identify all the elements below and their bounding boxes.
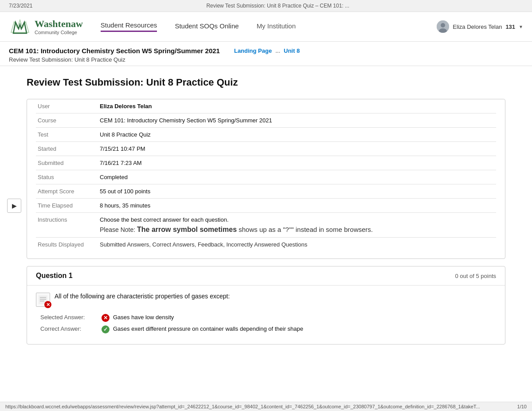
info-row-started: Started 7/15/21 10:47 PM <box>36 142 496 156</box>
info-table: User Eliza Delores Telan Course CEM 101:… <box>36 99 496 251</box>
info-row-status: Status Completed <box>36 170 496 184</box>
question-1-header: Question 1 0 out of 5 points <box>27 266 505 286</box>
page-subtitle: Review Test Submission: Unit 8 Practice … <box>9 56 523 63</box>
correct-answer-label: Correct Answer: <box>40 325 98 332</box>
wrong-x-icon: ✕ <box>44 301 51 308</box>
sidebar-toggle-button[interactable]: ▶ <box>7 199 21 213</box>
submitted-label: Submitted <box>36 156 98 170</box>
info-row-score: Attempt Score 55 out of 100 points <box>36 184 496 199</box>
correct-answer-text: Gases exert different pressure on contai… <box>113 325 303 332</box>
logo-area: Washtenaw Community College <box>9 16 83 38</box>
elapsed-value: 8 hours, 35 minutes <box>98 199 496 213</box>
user-count: 131 <box>505 23 515 30</box>
status-label: Status <box>36 170 98 184</box>
svg-point-3 <box>441 23 445 27</box>
nav-links: Student Resources Student SOQs Online My… <box>101 21 437 32</box>
nav-link-institution[interactable]: My Institution <box>257 22 296 31</box>
started-label: Started <box>36 142 98 156</box>
main-content: Review Test Submission: Unit 8 Practice … <box>0 66 532 355</box>
browser-tab-title: Review Test Submission: Unit 8 Practice … <box>206 3 349 9</box>
course-label: Course <box>36 114 98 128</box>
course-title-text: CEM 101: Introductory Chemistry Section … <box>9 47 220 55</box>
info-row-course: Course CEM 101: Introductory Chemistry S… <box>36 114 496 128</box>
avatar-icon <box>437 20 449 33</box>
course-value: CEM 101: Introductory Chemistry Section … <box>98 114 496 128</box>
test-label: Test <box>36 128 98 142</box>
info-row-submitted: Submitted 7/16/21 7:23 AM <box>36 156 496 170</box>
selected-answer-row: Selected Answer: ✕ Gases have low densit… <box>36 314 496 322</box>
selected-answer-text: Gases have low density <box>113 314 174 321</box>
instructions-line1: Choose the best correct answer for each … <box>100 216 494 223</box>
question-1-text: All of the following are characteristic … <box>55 293 230 300</box>
status-value: Completed <box>98 170 496 184</box>
course-title-row: CEM 101: Introductory Chemistry Section … <box>9 47 523 55</box>
dropdown-arrow-icon[interactable]: ▼ <box>519 24 523 29</box>
instructions-value: Choose the best correct answer for each … <box>98 213 496 238</box>
info-card: User Eliza Delores Telan Course CEM 101:… <box>27 99 505 259</box>
breadcrumb-landing[interactable]: Landing Page <box>234 47 272 54</box>
correct-answer-row: Correct Answer: ✓ Gases exert different … <box>36 325 496 333</box>
info-row-test: Test Unit 8 Practice Quiz <box>36 128 496 142</box>
user-area: Eliza Delores Telan 131 ▼ <box>437 20 523 33</box>
selected-answer-label: Selected Answer: <box>40 314 98 321</box>
breadcrumb-unit8[interactable]: Unit 8 <box>284 47 300 54</box>
score-label: Attempt Score <box>36 184 98 199</box>
selected-answer-wrong-icon: ✕ <box>102 314 110 322</box>
elapsed-label: Time Elapsed <box>36 199 98 213</box>
instructions-label: Instructions <box>36 213 98 238</box>
page-heading: Review Test Submission: Unit 8 Practice … <box>27 77 505 88</box>
breadcrumb-nav: Landing Page ... Unit 8 <box>234 47 300 54</box>
wcc-logo-icon <box>9 16 31 38</box>
submitted-value: 7/16/21 7:23 AM <box>98 156 496 170</box>
score-value: 55 out of 100 points <box>98 184 496 199</box>
user-name: Eliza Delores Telan <box>453 23 502 30</box>
instructions-note-bold: The arrow symbol sometimes shows up as a… <box>137 226 373 233</box>
instructions-line2: Please Note: The arrow symbol sometimes … <box>100 226 494 234</box>
breadcrumb-area: CEM 101: Introductory Chemistry Section … <box>0 42 532 66</box>
question-1-prompt: ✕ All of the following are characteristi… <box>36 293 496 307</box>
user-avatar <box>437 20 449 33</box>
question-1-points: 0 out of 5 points <box>455 273 496 279</box>
info-row-user: User Eliza Delores Telan <box>36 99 496 114</box>
nav-link-resources[interactable]: Student Resources <box>101 21 157 32</box>
nav-link-soqs[interactable]: Student SOQs Online <box>175 22 239 31</box>
started-value: 7/15/21 10:47 PM <box>98 142 496 156</box>
browser-date: 7/23/2021 <box>9 3 32 9</box>
test-value: Unit 8 Practice Quiz <box>98 128 496 142</box>
correct-answer-check-icon: ✓ <box>102 325 110 333</box>
user-label: User <box>36 99 98 114</box>
breadcrumb-ellipsis: ... <box>275 47 280 54</box>
logo-main-name: Washtenaw <box>35 18 83 30</box>
logo-text: Washtenaw Community College <box>35 18 83 35</box>
browser-tab-bar: 7/23/2021 Review Test Submission: Unit 8… <box>0 0 532 12</box>
results-value: Submitted Answers, Correct Answers, Feed… <box>98 238 496 252</box>
user-value: Eliza Delores Telan <box>98 99 496 114</box>
instructions-note-prefix: Please Note: <box>100 226 137 233</box>
info-row-results: Results Displayed Submitted Answers, Cor… <box>36 238 496 252</box>
info-row-elapsed: Time Elapsed 8 hours, 35 minutes <box>36 199 496 213</box>
question-1-section: Question 1 0 out of 5 points ✕ All of th… <box>27 266 505 344</box>
question-1-body: ✕ All of the following are characteristi… <box>27 286 505 344</box>
wrong-icon: ✕ <box>36 293 50 307</box>
top-nav: Washtenaw Community College Student Reso… <box>0 12 532 42</box>
question-1-title: Question 1 <box>36 272 73 280</box>
info-row-instructions: Instructions Choose the best correct ans… <box>36 213 496 238</box>
logo-sub-name: Community College <box>35 30 83 35</box>
results-label: Results Displayed <box>36 238 98 252</box>
